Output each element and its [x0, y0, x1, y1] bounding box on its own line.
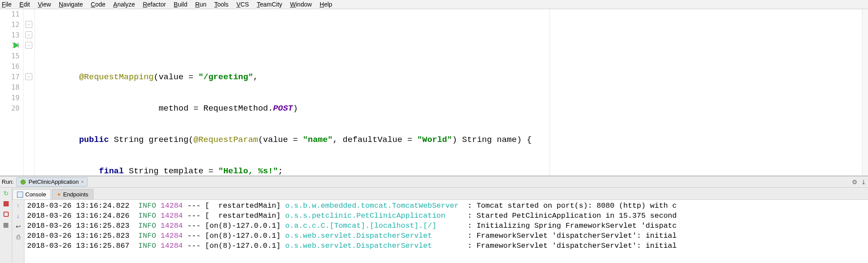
menu-edit[interactable]: Edit	[20, 1, 30, 8]
menu-view[interactable]: View	[38, 1, 51, 8]
menu-file[interactable]: File	[2, 1, 12, 8]
menu-code[interactable]: Code	[91, 1, 105, 8]
menu-run[interactable]: Run	[195, 1, 206, 8]
hide-icon[interactable]	[861, 179, 866, 185]
fold-icon[interactable]: −	[25, 21, 32, 28]
line-number: 14	[0, 40, 23, 51]
close-icon[interactable]: ×	[81, 179, 84, 185]
run-header: Run: PetClinicApplication ×	[0, 176, 868, 188]
menu-tools[interactable]: Tools	[214, 1, 229, 8]
error-stripe	[862, 9, 868, 175]
log-line: 2018-03-26 13:16:25.867 INFO 14284 --- […	[27, 241, 865, 251]
menubar: FileEditViewNavigateCodeAnalyzeRefactorB…	[0, 0, 868, 9]
fold-icon[interactable]: −	[25, 42, 32, 49]
fold-icon[interactable]: −	[25, 31, 32, 38]
gear-icon[interactable]	[852, 179, 858, 185]
exit-icon[interactable]	[2, 210, 10, 218]
editor: 11121314151617181920 − − − − @RequestMap…	[0, 9, 868, 176]
rerun-icon[interactable]	[2, 189, 10, 197]
console-output[interactable]: 2018-03-26 13:16:24.822 INFO 14284 --- […	[24, 200, 868, 263]
line-number: 19	[0, 93, 23, 103]
menu-teamcity[interactable]: TeamCity	[257, 1, 282, 8]
run-label: Run:	[2, 179, 14, 185]
icon-gutter: − − − −	[24, 9, 35, 175]
scroll-up-icon[interactable]	[14, 202, 22, 209]
log-line: 2018-03-26 13:16:25.823 INFO 14284 --- […	[27, 231, 865, 241]
run-tool-window: Run: PetClinicApplication × ▦ Console	[0, 176, 868, 263]
run-config-tab[interactable]: PetClinicApplication ×	[16, 177, 88, 187]
menu-help[interactable]: Help	[320, 1, 332, 8]
console-icon	[17, 192, 23, 198]
endpoints-icon	[57, 191, 61, 198]
menu-refactor[interactable]: Refactor	[143, 1, 166, 8]
console-toolbar	[12, 200, 24, 263]
line-number: 13	[0, 30, 23, 40]
line-number: 17	[0, 72, 23, 82]
run-subtabs: Console Endpoints	[12, 188, 868, 200]
scroll-down-icon[interactable]	[14, 212, 22, 220]
run-left-toolbar: ▦	[0, 188, 12, 263]
line-number: 12	[0, 20, 23, 30]
line-number: 15	[0, 51, 23, 61]
layout-icon[interactable]: ▦	[2, 221, 10, 229]
line-number: 18	[0, 82, 23, 93]
line-number: 20	[0, 103, 23, 114]
menu-build[interactable]: Build	[174, 1, 187, 8]
run-gutter-icon[interactable]	[14, 42, 19, 48]
tab-console[interactable]: Console	[12, 189, 51, 199]
run-config-name: PetClinicApplication	[28, 179, 79, 185]
soft-wrap-icon[interactable]	[14, 223, 22, 230]
line-number: 16	[0, 61, 23, 72]
menu-navigate[interactable]: Navigate	[59, 1, 83, 8]
stop-icon[interactable]	[2, 200, 10, 208]
line-number-gutter: 11121314151617181920	[0, 9, 24, 175]
right-margin-line	[550, 9, 550, 175]
code-area[interactable]: @RequestMapping(value = "/greeting", met…	[35, 9, 862, 175]
spring-boot-icon	[20, 179, 26, 185]
menu-vcs[interactable]: VCS	[236, 1, 249, 8]
print-icon[interactable]	[14, 233, 22, 241]
tab-endpoints[interactable]: Endpoints	[52, 189, 93, 199]
line-number: 11	[0, 9, 23, 20]
menu-analyze[interactable]: Analyze	[113, 1, 135, 8]
log-line: 2018-03-26 13:16:24.826 INFO 14284 --- […	[27, 211, 865, 221]
fold-icon[interactable]: −	[25, 73, 32, 80]
log-line: 2018-03-26 13:16:25.823 INFO 14284 --- […	[27, 221, 865, 231]
menu-window[interactable]: Window	[290, 1, 312, 8]
log-line: 2018-03-26 13:16:24.822 INFO 14284 --- […	[27, 201, 865, 211]
